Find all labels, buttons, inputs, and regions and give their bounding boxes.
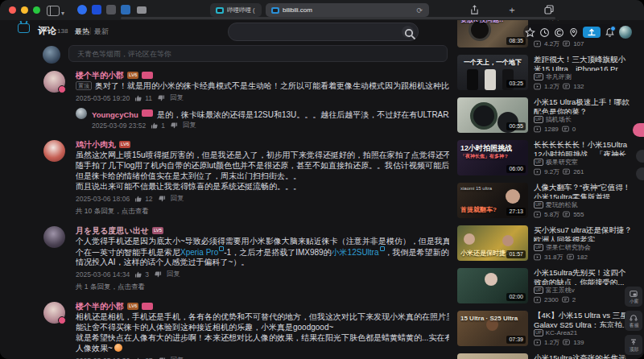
video-title[interactable]: 小米15ultra先别买！这四个致命的缺点，你能接受的...	[534, 268, 633, 285]
reply-button[interactable]: 回复	[171, 194, 184, 204]
video-thumbnail[interactable]: 02:00	[457, 268, 528, 303]
view-more-replies[interactable]: 共 10 条回复，点击查看	[76, 207, 449, 217]
uploader-name[interactable]: 极果研究室	[546, 158, 578, 167]
sort-tab-hot[interactable]: 最热	[75, 27, 89, 37]
commenter-avatar[interactable]	[43, 302, 65, 324]
minimize-button[interactable]	[21, 6, 28, 14]
promo-pill-button[interactable]	[633, 123, 644, 137]
history-clock-icon[interactable]	[539, 27, 550, 38]
video-thumbnail[interactable]: 一个天上，一个地下03:25	[457, 55, 528, 90]
reply-button[interactable]: 回复	[171, 356, 184, 359]
address-bar[interactable]: bilibili.com ⟳	[266, 3, 429, 17]
video-uploader-row[interactable]: UPKC-Area21	[534, 329, 633, 336]
video-title[interactable]: 弱，用体验到的爱告诉你！	[534, 20, 633, 22]
video-card[interactable]: 一个天上，一个地下03:25差距很大！三大顶峰旗舰小米15 Ultra、iPho…	[457, 55, 633, 90]
location-pin-icon[interactable]	[568, 27, 579, 38]
float-circle-button-1[interactable]	[636, 150, 644, 163]
favorites-star-icon[interactable]	[525, 27, 535, 38]
reload-icon[interactable]: ⟳	[416, 6, 423, 14]
mini-player-button[interactable]: 小窗	[625, 287, 642, 307]
comment-input[interactable]: 天青色等烟雨，评论区在等你	[68, 45, 448, 62]
uploader-name[interactable]: KC-Area21	[546, 329, 578, 336]
reply-avatar[interactable]	[76, 108, 87, 119]
uploader-name[interactable]: 爱玩的松鼠	[546, 200, 578, 209]
video-title[interactable]: 小米15ultra这夸张的长焦远...	[534, 353, 633, 359]
chevron-down-icon[interactable]: ▾	[61, 7, 64, 19]
back-to-top-button[interactable]: 顶部	[625, 335, 642, 355]
pinned-tab-favicon-2[interactable]	[92, 5, 101, 14]
video-title[interactable]: 买小米su7 ultra还是保时捷？欧洲人回答很老实	[534, 225, 633, 241]
customer-service-button[interactable]: 客服	[625, 311, 642, 331]
creator-center-icon[interactable]	[554, 27, 564, 38]
reply-button[interactable]: 回复	[167, 270, 180, 279]
dislike-icon[interactable]	[170, 122, 178, 130]
notification-bell-icon[interactable]	[605, 27, 615, 38]
video-uploader-row[interactable]: UP非凡评测	[534, 72, 633, 80]
search-keyword-link[interactable]: Xperia Pro	[180, 248, 224, 257]
sort-tab-new[interactable]: 最新	[94, 27, 109, 37]
new-tab-icon[interactable]: ＋	[507, 5, 517, 15]
reply-button[interactable]: 回复	[183, 121, 196, 130]
video-thumbnail[interactable]: 12小时拍照挑战「夜神长焦」有多神？06:00	[457, 140, 528, 175]
uploader-name[interactable]: 富王景桃v	[546, 286, 575, 295]
video-thumbnail[interactable]: 00:55	[457, 97, 528, 133]
browser-tab-bilibili[interactable]: 哔哩哔哩 (゜-゜)つ...	[210, 3, 262, 17]
float-circle-button-2[interactable]	[636, 167, 644, 180]
user-avatar[interactable]	[619, 26, 632, 39]
uploader-name[interactable]: 歪果仁研究协会	[546, 243, 591, 252]
reply-username[interactable]: YoungcyChu	[92, 110, 138, 119]
video-card[interactable]: 首提就翻车?xiaomi 15 ultra27:13人像大翻车？“夜神”它值得！…	[457, 183, 633, 218]
pinned-tab-favicon-5[interactable]	[137, 6, 147, 14]
video-title[interactable]: 差距很大！三大顶峰旗舰小米15 Ultra、iPhone16 Pr...	[534, 55, 633, 71]
video-thumbnail[interactable]: 小米还是保时捷?01:57	[457, 225, 528, 261]
video-uploader-row[interactable]: UP富王景桃v	[534, 287, 633, 295]
close-button[interactable]	[9, 6, 16, 14]
fullscreen-button[interactable]	[33, 6, 40, 14]
video-uploader-row[interactable]: UP歪果仁研究协会	[534, 243, 633, 251]
commenter-avatar[interactable]	[43, 226, 65, 248]
search-keyword-link[interactable]: 小米12SUltra	[332, 248, 385, 257]
video-card[interactable]: 小米15ultra这夸张的长焦远...	[457, 353, 633, 359]
like-icon[interactable]	[151, 122, 159, 130]
video-title[interactable]: 人像大翻车？“夜神”它值得！小米15ultra零售版首提...	[534, 183, 633, 199]
search-input[interactable]	[228, 23, 419, 41]
sidebar-toggle-icon[interactable]	[47, 6, 60, 16]
pinned-tab-favicon-3[interactable]	[106, 5, 116, 14]
commenter-username[interactable]: 楼个半的小郡	[76, 70, 124, 81]
my-avatar[interactable]	[43, 46, 60, 64]
tab-overview-icon[interactable]	[544, 5, 554, 14]
commenter-username[interactable]: 楼个半的小郡	[76, 301, 124, 312]
dislike-icon[interactable]	[158, 195, 166, 203]
video-card[interactable]: 12小时拍照挑战「夜神长焦」有多神？06:00长长长长长长！小米15Ultra …	[457, 140, 633, 175]
video-thumbnail[interactable]: 要放K 没问题!!08:35	[457, 20, 528, 47]
video-title[interactable]: 长长长长长长！小米15Ultra 12小时拍照挑战，「夜神长...	[534, 140, 633, 156]
commenter-username[interactable]: 月を見る度思い出せ	[76, 225, 149, 237]
view-more-replies[interactable]: 共 1 条回复，点击查看	[76, 283, 449, 292]
like-icon[interactable]	[134, 94, 142, 102]
video-card[interactable]: 15 Ultra · S25 Ultra07:39【4K】小米15 Ultra …	[457, 311, 633, 346]
like-icon[interactable]	[134, 270, 142, 279]
share-icon[interactable]	[470, 5, 479, 15]
video-card[interactable]: 02:00小米15ultra先别买！这四个致命的缺点，你能接受的...UP富王景…	[457, 268, 633, 303]
upload-button[interactable]	[583, 27, 601, 38]
video-title[interactable]: 【4K】小米15 Ultra vs 三星Galaxy S25 Ultra：东京拍…	[534, 311, 633, 328]
commenter-username[interactable]: 鸡汁小肉丸	[76, 139, 116, 151]
dislike-icon[interactable]	[154, 270, 162, 279]
uploader-name[interactable]: 搞机场长	[546, 115, 572, 124]
video-thumbnail[interactable]: 首提就翻车?xiaomi 15 ultra27:13	[457, 183, 528, 218]
commenter-avatar[interactable]	[43, 140, 65, 162]
video-card[interactable]: 小米还是保时捷?01:57买小米su7 ultra还是保时捷？欧洲人回答很老实U…	[457, 225, 633, 261]
video-title[interactable]: 小米15 Ultra极速上手！哪款配色是你的菜？	[534, 97, 633, 114]
uploader-name[interactable]: 非凡评测	[546, 72, 572, 81]
commenter-avatar[interactable]	[43, 71, 65, 93]
video-uploader-row[interactable]: UP爱玩的松鼠	[534, 200, 633, 208]
pinned-tab-favicon-4[interactable]	[121, 5, 130, 14]
dislike-icon[interactable]	[157, 94, 165, 102]
pinned-tab-favicon-1[interactable]	[77, 5, 87, 14]
video-uploader-row[interactable]: UP极果研究室	[534, 158, 633, 166]
video-uploader-row[interactable]: UP搞机场长	[534, 116, 633, 124]
reply-button[interactable]: 回复	[170, 93, 184, 103]
video-thumbnail[interactable]: 15 Ultra · S25 Ultra07:39	[457, 311, 528, 346]
video-card[interactable]: 00:55小米15 Ultra极速上手！哪款配色是你的菜？UP搞机场长12890	[457, 97, 633, 133]
search-icon[interactable]	[402, 26, 414, 38]
